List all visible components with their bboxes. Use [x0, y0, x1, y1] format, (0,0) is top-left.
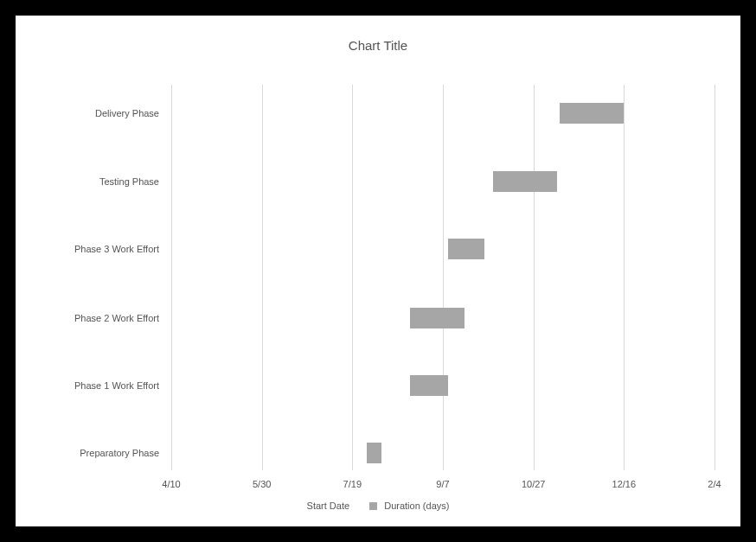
legend-label: Start Date: [307, 501, 350, 511]
x-axis-tick: 9/7: [436, 479, 449, 489]
legend-entry-start-date: Start Date: [307, 500, 350, 511]
gantt-bar: [560, 103, 624, 124]
gridline: [171, 85, 172, 470]
y-axis-tick: Phase 2 Work Effort: [74, 313, 159, 323]
gantt-bar: [410, 308, 464, 328]
legend-label: Duration (days): [384, 501, 449, 511]
x-axis-tick: 10/27: [522, 479, 546, 489]
y-axis-tick: Testing Phase: [99, 176, 159, 187]
x-axis-tick: 4/10: [162, 479, 180, 489]
gridline: [262, 85, 263, 470]
gantt-bar: [448, 239, 484, 259]
chart-panel: Chart Title 4/10 5/30 7/19 9/7 10/27 12/…: [16, 16, 740, 526]
x-axis-tick: 12/16: [612, 479, 637, 489]
gridline: [443, 85, 444, 470]
y-axis-tick: Phase 1 Work Effort: [74, 380, 159, 391]
gridline: [534, 85, 535, 470]
gantt-bar: [410, 375, 447, 396]
gantt-bar: [367, 443, 381, 463]
chart-legend: Start Date Duration (days): [16, 500, 740, 511]
gridline: [624, 85, 625, 470]
gridline: [714, 85, 715, 470]
legend-swatch-icon: [369, 502, 377, 510]
y-axis-tick: Phase 3 Work Effort: [74, 244, 159, 254]
y-axis-tick: Preparatory Phase: [80, 448, 159, 458]
y-axis-tick: Delivery Phase: [95, 108, 159, 118]
x-axis-tick: 7/19: [343, 479, 362, 489]
chart-title: Chart Title: [16, 38, 740, 53]
gridline: [352, 85, 353, 470]
plot-area: 4/10 5/30 7/19 9/7 10/27 12/16 2/4 Deliv…: [171, 85, 714, 470]
legend-entry-duration: Duration (days): [369, 500, 449, 511]
x-axis-tick: 2/4: [708, 479, 721, 489]
image-frame: Chart Title 4/10 5/30 7/19 9/7 10/27 12/…: [0, 0, 756, 542]
gantt-bar: [493, 171, 557, 192]
x-axis-tick: 5/30: [253, 479, 271, 489]
